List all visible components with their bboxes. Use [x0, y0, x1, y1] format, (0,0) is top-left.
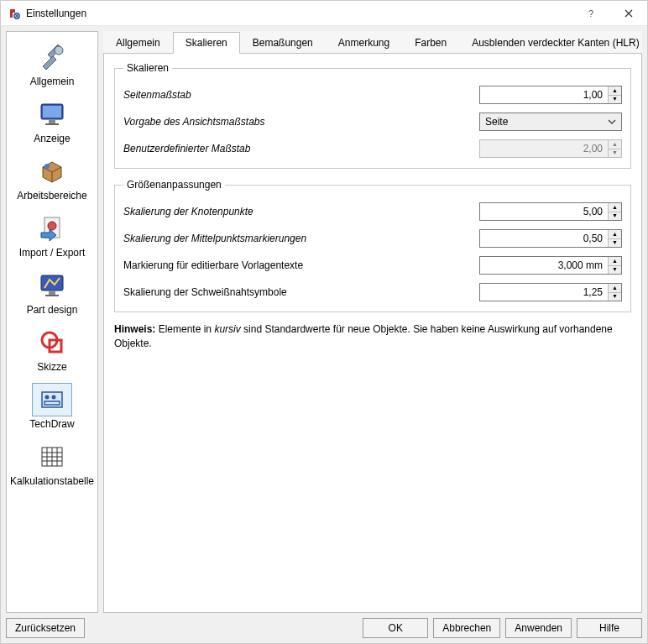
sidebar-item-workbenches[interactable]: Arbeitsbereiche	[7, 151, 97, 208]
svg-rect-5	[49, 120, 55, 123]
spin-up-icon[interactable]: ▲	[609, 257, 621, 266]
svg-rect-6	[45, 123, 59, 125]
group-size-legend: Größenanpassungen	[123, 179, 225, 191]
window-title: Einstellungen	[26, 8, 86, 19]
sidebar-item-label: Kalkulationstabelle	[10, 475, 94, 487]
spin-down-icon[interactable]: ▼	[609, 266, 621, 275]
sidebar-item-techdraw[interactable]: TechDraw	[7, 380, 97, 437]
tab-scale[interactable]: Skalieren	[173, 32, 240, 54]
vertex-scale-value[interactable]: 5,00	[480, 203, 608, 220]
sidebar-item-spreadsheet[interactable]: Kalkulationstabelle	[7, 437, 97, 494]
spin-up-icon[interactable]: ▲	[609, 86, 621, 96]
sketch-icon	[32, 326, 72, 359]
svg-point-7	[44, 164, 50, 169]
reset-button[interactable]: Zurücksetzen	[6, 618, 85, 638]
sidebar-item-label: Skizze	[37, 361, 66, 373]
custom-scale-spinner: 2,00 ▲ ▼	[479, 139, 622, 158]
hint-italic: kursiv	[214, 323, 240, 335]
custom-scale-label: Benutzerdefinierter Maßstab	[123, 143, 479, 154]
tab-hlr[interactable]: Ausblenden verdeckter Kanten (HLR)	[459, 32, 648, 54]
center-mark-scale-label: Skalierung der Mittelpunktsmarkierungen	[123, 233, 479, 244]
weld-scale-spinner[interactable]: 1,25 ▲ ▼	[479, 283, 622, 301]
svg-text:?: ?	[588, 8, 593, 18]
center-mark-scale-value[interactable]: 0,50	[480, 230, 608, 247]
dialog-footer: Zurücksetzen OK Abbrechen Anwenden Hilfe	[1, 613, 647, 643]
group-size-adjust: Größenanpassungen Skalierung der Knotenp…	[114, 179, 631, 312]
sidebar-item-label: Allgemein	[30, 76, 75, 87]
spin-up-icon[interactable]: ▲	[609, 284, 621, 293]
hint-prefix: Hinweis:	[114, 323, 155, 335]
chevron-down-icon	[608, 119, 616, 124]
template-mark-label: Markierung für editierbare Vorlagentexte	[123, 259, 479, 271]
svg-point-16	[45, 395, 50, 400]
hint-text: Hinweis: Elemente in kursiv sind Standar…	[114, 322, 631, 351]
tab-bar: Allgemein Skalieren Bemaßungen Anmerkung…	[103, 31, 642, 54]
view-scale-type-value: Seite	[485, 116, 608, 128]
sidebar-item-part-design[interactable]: Part design	[7, 265, 97, 322]
page-scale-spinner[interactable]: 1,00 ▲ ▼	[479, 86, 622, 104]
weld-scale-value[interactable]: 1,25	[480, 284, 608, 301]
sidebar-item-sketch[interactable]: Skizze	[7, 322, 97, 380]
weld-scale-label: Skalierung der Schweißnahtsymbole	[123, 286, 479, 298]
wrench-icon	[32, 40, 72, 74]
monitor-icon	[32, 97, 72, 131]
spin-down-icon: ▼	[609, 149, 621, 158]
close-button[interactable]	[609, 1, 647, 26]
category-sidebar: Allgemein Anzeige	[6, 31, 98, 613]
titlebar: Einstellungen ?	[1, 1, 647, 26]
spin-up-icon[interactable]: ▲	[609, 230, 621, 239]
tab-dimensions[interactable]: Bemaßungen	[240, 32, 326, 54]
tab-colors[interactable]: Farben	[402, 32, 459, 54]
spin-down-icon[interactable]: ▼	[609, 293, 621, 301]
vertex-scale-label: Skalierung der Knotenpunkte	[123, 206, 479, 217]
custom-scale-value: 2,00	[480, 140, 608, 157]
page-scale-label: Seitenmaßstab	[123, 89, 479, 101]
group-scale-legend: Skalieren	[123, 62, 172, 74]
view-scale-type-select[interactable]: Seite	[479, 113, 622, 131]
spin-up-icon: ▲	[609, 140, 621, 149]
help-button[interactable]: ?	[572, 1, 609, 26]
sidebar-item-label: Arbeitsbereiche	[17, 190, 86, 202]
preferences-window: Einstellungen ? Allgemein	[0, 0, 648, 644]
part-design-icon	[32, 269, 72, 302]
template-mark-spinner[interactable]: 3,000 mm ▲ ▼	[479, 256, 622, 275]
template-mark-value[interactable]: 3,000 mm	[480, 257, 608, 274]
sidebar-item-general[interactable]: Allgemein	[7, 37, 97, 94]
sidebar-item-import-export[interactable]: Import / Export	[7, 208, 97, 265]
svg-rect-4	[43, 106, 61, 118]
sidebar-item-label: TechDraw	[29, 418, 74, 430]
sidebar-item-display[interactable]: Anzeige	[7, 94, 97, 151]
sidebar-item-label: Import / Export	[19, 247, 86, 259]
svg-point-2	[55, 46, 63, 55]
group-scale: Skalieren Seitenmaßstab 1,00 ▲ ▼ Vorgab	[114, 62, 631, 169]
cancel-button[interactable]: Abbrechen	[433, 618, 500, 638]
app-icon	[8, 7, 21, 20]
tab-annotation[interactable]: Anmerkung	[326, 32, 402, 54]
view-scale-type-label: Vorgabe des Ansichtsmaßstabs	[123, 116, 479, 128]
sidebar-item-label: Anzeige	[34, 133, 70, 144]
page-scale-value[interactable]: 1,00	[480, 86, 608, 103]
box-icon	[32, 154, 72, 188]
spin-down-icon[interactable]: ▼	[609, 96, 621, 104]
svg-rect-11	[49, 291, 55, 295]
import-export-icon	[32, 212, 72, 245]
spin-down-icon[interactable]: ▼	[609, 239, 621, 248]
svg-rect-12	[45, 295, 59, 296]
ok-button[interactable]: OK	[363, 618, 428, 638]
tab-general[interactable]: Allgemein	[103, 32, 173, 54]
main-panel: Allgemein Skalieren Bemaßungen Anmerkung…	[103, 31, 642, 613]
apply-button[interactable]: Anwenden	[505, 618, 572, 638]
techdraw-icon	[32, 383, 72, 416]
spin-up-icon[interactable]: ▲	[609, 203, 621, 212]
center-mark-scale-spinner[interactable]: 0,50 ▲ ▼	[479, 229, 622, 248]
hint-part1: Elemente in	[155, 323, 214, 335]
help-button-footer[interactable]: Hilfe	[577, 618, 642, 638]
spin-down-icon[interactable]: ▼	[609, 212, 621, 221]
svg-point-17	[52, 395, 56, 400]
sidebar-item-label: Part design	[27, 304, 78, 316]
tab-panel-scale: Skalieren Seitenmaßstab 1,00 ▲ ▼ Vorgab	[103, 54, 642, 613]
spreadsheet-icon	[32, 440, 72, 474]
vertex-scale-spinner[interactable]: 5,00 ▲ ▼	[479, 202, 622, 221]
